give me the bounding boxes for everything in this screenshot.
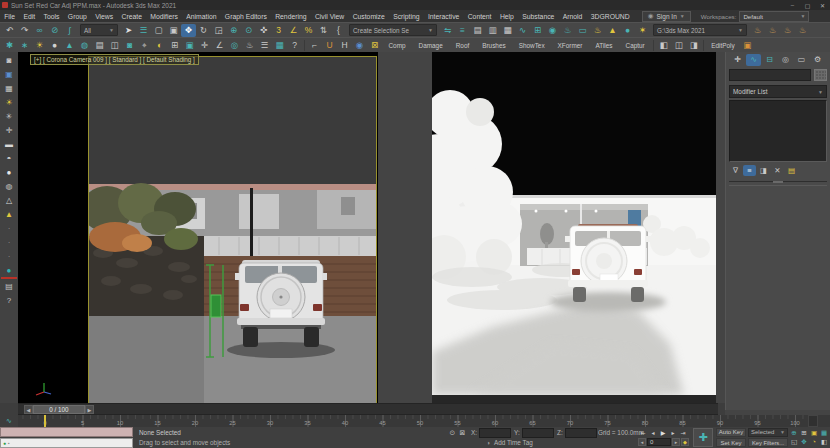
undo-icon[interactable]: ↶ xyxy=(2,24,17,37)
camera-viewport[interactable]: [+] [ Corona Camera 009 ] [ Standard ] [… xyxy=(18,52,378,403)
editpoly-button[interactable]: EditPoly xyxy=(706,42,739,49)
menu-group[interactable]: Group xyxy=(64,13,91,20)
selection-lock-icon[interactable]: ⊠ xyxy=(458,429,467,437)
help-icon[interactable]: ? xyxy=(287,39,302,52)
modifier-stack-list[interactable] xyxy=(729,100,827,162)
window-crossing-icon[interactable]: ▣ xyxy=(166,24,181,37)
set-key-button[interactable]: Set Key xyxy=(716,438,746,447)
zoom-extents-all-icon[interactable]: ▦ xyxy=(819,428,829,438)
scene-explorer-icon[interactable]: ▤ xyxy=(470,24,485,37)
align-icon[interactable]: ≡ xyxy=(455,24,470,37)
plane-light-icon[interactable]: ▬ xyxy=(1,138,17,151)
macro-recorder-line[interactable] xyxy=(0,427,133,437)
menu-arnold[interactable]: Arnold xyxy=(559,13,587,20)
pivot-icon[interactable]: ✛ xyxy=(197,39,212,52)
edit-named-selections-icon[interactable]: { xyxy=(331,24,346,37)
warning-icon[interactable]: ▲ xyxy=(605,24,620,37)
box-icon[interactable]: ▣ xyxy=(182,39,197,52)
viewport-layout-1-icon[interactable]: ◧ xyxy=(656,39,671,52)
time-cursor[interactable] xyxy=(44,415,46,427)
next-key-icon[interactable]: ▸ xyxy=(672,438,680,446)
trackbar-ruler[interactable]: 0510152025303540455055606570758085909510… xyxy=(18,415,808,427)
slate-icon[interactable]: ▦ xyxy=(1,82,17,95)
magic-wand-icon[interactable]: ✶ xyxy=(635,24,650,37)
tab-hierarchy[interactable]: ⊟ xyxy=(762,54,777,66)
viewport-layout-3-icon[interactable]: ◨ xyxy=(686,39,701,52)
select-and-place-icon[interactable]: ⊕ xyxy=(226,24,241,37)
menu-interactive[interactable]: Interactive xyxy=(424,13,464,20)
tab-motion[interactable]: ◎ xyxy=(778,54,793,66)
lock-tool-icon[interactable]: ⊠ xyxy=(367,39,382,52)
mirror-icon[interactable]: ⇋ xyxy=(440,24,455,37)
menu-scripting[interactable]: Scripting xyxy=(389,13,424,20)
add-time-tag-button[interactable]: ◗ Add Time Tag xyxy=(487,439,533,446)
object-color-swatch[interactable] xyxy=(814,69,827,81)
grid-icon[interactable]: ⊞ xyxy=(167,39,182,52)
zoom-all-icon[interactable]: ⊞ xyxy=(799,428,809,438)
maximize-viewport-toggle-icon[interactable]: ◧ xyxy=(819,438,829,448)
menu-graph-editors[interactable]: Graph Editors xyxy=(221,13,271,20)
go-to-end-icon[interactable]: ⇥ xyxy=(678,428,688,437)
menu-modifiers[interactable]: Modifiers xyxy=(146,13,182,20)
current-frame-field[interactable]: 0 xyxy=(647,438,671,446)
axis-icon[interactable]: ✛ xyxy=(1,124,17,137)
corner-tool-icon[interactable]: ⌐ xyxy=(307,39,322,52)
menu-edit[interactable]: Edit xyxy=(19,13,39,20)
make-unique-icon[interactable]: ◨ xyxy=(757,165,770,176)
material-editor-icon[interactable]: ◉ xyxy=(545,24,560,37)
configure-modifier-sets-icon[interactable]: ▤ xyxy=(785,165,798,176)
menu-content[interactable]: Content xyxy=(464,13,496,20)
scatter-icon[interactable]: ✳ xyxy=(1,110,17,123)
sign-in-button[interactable]: ◉ Sign In ▼ xyxy=(642,11,691,22)
cone-light-icon[interactable]: △ xyxy=(1,194,17,207)
minimize-button[interactable]: – xyxy=(785,2,800,8)
menu-help[interactable]: Help xyxy=(496,13,518,20)
select-and-move-icon[interactable]: ✥ xyxy=(181,24,196,37)
previous-frame-icon[interactable]: ◂ xyxy=(648,428,658,437)
next-frame-icon[interactable]: ▸ xyxy=(668,428,678,437)
uvw-tool-icon[interactable]: U xyxy=(322,39,337,52)
zoom-extents-icon[interactable]: ▣ xyxy=(809,428,819,438)
play-icon[interactable]: ▶ xyxy=(658,428,668,437)
z-coordinate-field[interactable] xyxy=(565,428,597,438)
isolate-selection-icon[interactable]: ⊙ xyxy=(448,429,457,437)
ribbon-toggle-icon[interactable]: ▦ xyxy=(500,24,515,37)
script-button-brushes[interactable]: Brushes xyxy=(476,42,512,49)
menu-rendering[interactable]: Rendering xyxy=(271,13,311,20)
script-button-xformer[interactable]: XFormer xyxy=(551,42,589,49)
sphere-icon[interactable]: ● xyxy=(47,39,62,52)
menu-file[interactable]: File xyxy=(0,13,19,20)
render-preset-3-icon[interactable]: ♨ xyxy=(780,24,795,37)
camera-body-icon[interactable]: ◙ xyxy=(122,39,137,52)
script-button-showtex[interactable]: ShowTex xyxy=(512,42,551,49)
pan-icon[interactable]: ✥ xyxy=(799,438,809,448)
rendered-frame-window-icon[interactable]: ▭ xyxy=(575,24,590,37)
rollout-divider[interactable] xyxy=(729,181,827,186)
bulb-icon[interactable]: ◐ xyxy=(152,39,167,52)
zoom-region-icon[interactable]: ◱ xyxy=(789,438,799,448)
key-selection-dropdown[interactable]: Selected ▼ xyxy=(748,428,788,437)
show-end-result-icon[interactable]: ≡ xyxy=(743,165,756,176)
script-button-damage[interactable]: Damage xyxy=(412,42,449,49)
camera-icon[interactable]: ◙ xyxy=(1,54,17,67)
script-button-captur[interactable]: Captur xyxy=(619,42,651,49)
dot-2-icon[interactable]: · xyxy=(1,236,17,249)
pin-stack-icon[interactable]: ∇ xyxy=(729,165,742,176)
object-name-field[interactable] xyxy=(729,69,811,81)
mini-curve-editor-button[interactable]: ∿ xyxy=(0,415,18,427)
previous-key-icon[interactable]: ◂ xyxy=(638,438,646,446)
relink-bitmaps-icon[interactable]: ◉ xyxy=(352,39,367,52)
sun-warning-icon[interactable]: ▲ xyxy=(1,208,17,221)
percent-snap-icon[interactable]: % xyxy=(301,24,316,37)
dome-light-icon[interactable]: ◍ xyxy=(1,180,17,193)
dot-3-icon[interactable]: · xyxy=(1,250,17,263)
script-button-atiles[interactable]: ATiles xyxy=(589,42,619,49)
panel-icon[interactable]: ▤ xyxy=(92,39,107,52)
remove-modifier-icon[interactable]: ✕ xyxy=(771,165,784,176)
next-frame-arrow[interactable]: ▶ xyxy=(85,405,94,414)
menu-tools[interactable]: Tools xyxy=(39,13,63,20)
scripts-orange-icon[interactable]: ▣ xyxy=(740,39,755,52)
use-center-icon[interactable]: ⊙ xyxy=(241,24,256,37)
redo-icon[interactable]: ↷ xyxy=(17,24,32,37)
viewport-label[interactable]: [+] [ Corona Camera 009 ] [ Standard ] [… xyxy=(30,54,199,65)
